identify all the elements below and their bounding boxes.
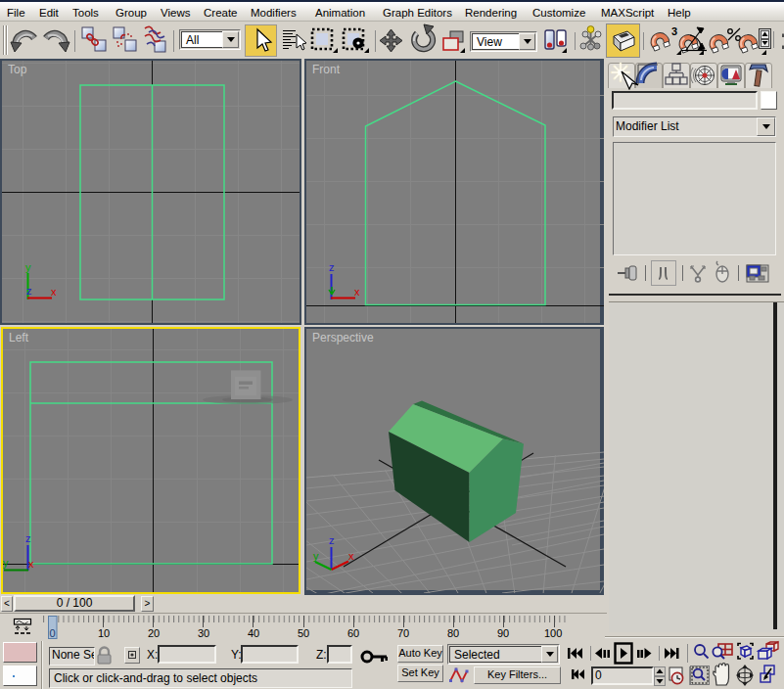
svg-text:0: 0: [50, 627, 56, 639]
svg-text:y: y: [3, 557, 9, 569]
svg-text:10: 10: [98, 627, 110, 639]
svg-text:z: z: [25, 532, 31, 544]
svg-text:80: 80: [447, 627, 459, 639]
svg-text:100: 100: [544, 627, 562, 639]
svg-text:20: 20: [148, 627, 160, 639]
svg-text:50: 50: [298, 627, 309, 639]
svg-text:70: 70: [397, 627, 409, 639]
svg-text:x: x: [348, 550, 354, 562]
svg-text:40: 40: [248, 627, 259, 639]
svg-text:y: y: [25, 261, 31, 273]
svg-text:x: x: [51, 286, 57, 298]
svg-text:z: z: [26, 285, 32, 297]
svg-text:x: x: [354, 286, 360, 298]
svg-text:60: 60: [347, 627, 359, 639]
svg-text:3: 3: [671, 25, 677, 37]
svg-text:z: z: [329, 534, 335, 546]
svg-text:y: y: [313, 550, 319, 562]
svg-text:z: z: [329, 261, 335, 273]
svg-text:x: x: [28, 558, 34, 570]
svg-text:30: 30: [198, 627, 209, 639]
svg-text:90: 90: [497, 627, 509, 639]
